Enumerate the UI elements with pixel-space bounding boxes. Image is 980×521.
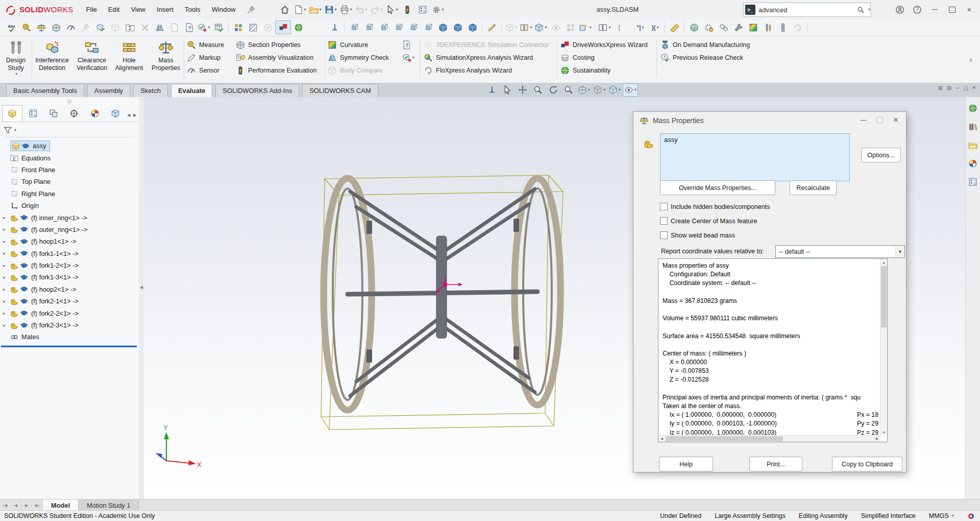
panel-grip-icon[interactable] xyxy=(67,100,71,104)
show-weld-bead-checkbox[interactable]: Show weld bead mass xyxy=(660,231,735,239)
stud-wizard-icon[interactable] xyxy=(775,21,790,34)
dropdown-caret-icon[interactable]: ▼ xyxy=(895,246,904,257)
symmetry-check-button[interactable]: Symmetry Check xyxy=(328,51,389,64)
tree-item-f-hoop2-1[interactable]: ▸(f) hoop2<1> -> xyxy=(0,283,139,295)
horizontal-scrollbar[interactable]: ◀ ▶ xyxy=(658,435,880,442)
motion-manager-icon[interactable] xyxy=(701,21,716,34)
panel-collapse-icon[interactable]: ◀ xyxy=(139,285,144,290)
dimxpertmanager-tab[interactable] xyxy=(64,105,84,122)
instant2d-icon[interactable]: °|▾ xyxy=(633,21,648,34)
scroll-left-icon[interactable]: ◀ xyxy=(658,436,665,442)
clearance-verification-button[interactable]: ClearanceVerification xyxy=(72,38,111,72)
mass-properties-button[interactable]: MassProperties xyxy=(147,38,185,72)
tree-item-mates[interactable]: Mates xyxy=(0,331,139,343)
smart-fasteners-icon[interactable] xyxy=(761,21,775,34)
expand-icon[interactable]: ▸ xyxy=(3,227,9,232)
scroll-down-icon[interactable]: ▼ xyxy=(880,429,887,436)
jump-end-icon[interactable]: ▶| xyxy=(32,500,43,511)
view-trimetric-icon[interactable] xyxy=(450,21,465,34)
pan-icon[interactable] xyxy=(516,84,530,96)
vertical-scroll-thumb[interactable] xyxy=(881,266,887,327)
new-document-icon[interactable]: ▾ xyxy=(292,3,308,16)
tree-item-assy[interactable]: assy xyxy=(0,140,139,152)
appearances-scenes-icon[interactable] xyxy=(966,157,980,170)
hide-show-items-icon[interactable]: ▾ xyxy=(623,83,638,97)
pin-menu-icon[interactable] xyxy=(243,3,259,16)
measure-button[interactable]: Measure xyxy=(187,38,224,51)
scroll-right-icon[interactable]: ▶ xyxy=(874,436,880,442)
rebuild-icon[interactable] xyxy=(400,3,415,16)
simulationxpress-analysis-wizard-button[interactable]: SimulationXpress Analysis Wizard xyxy=(424,51,549,64)
include-hidden-checkbox[interactable]: Include hidden bodies/components xyxy=(660,203,770,210)
cam-tree-tab[interactable] xyxy=(105,105,126,122)
selection-field[interactable]: assy xyxy=(660,133,850,181)
performance-evaluation-button[interactable]: Performance Evaluation xyxy=(236,64,316,77)
expand-icon[interactable]: ▸ xyxy=(3,239,9,244)
ribbon-tab-solidworks-cam[interactable]: SOLIDWORKS CAM xyxy=(302,84,378,97)
dialog-close-button[interactable]: × xyxy=(888,113,904,127)
window-layout-icon[interactable]: ▾ xyxy=(597,21,612,34)
play-icon[interactable]: ▶ xyxy=(21,500,32,511)
normal-to-view-icon[interactable] xyxy=(327,21,342,34)
tree-item-front-plane[interactable]: Front Plane xyxy=(0,164,139,176)
close-button[interactable]: × xyxy=(961,2,978,17)
expand-icon[interactable]: ▸ xyxy=(3,323,9,328)
home-icon[interactable] xyxy=(277,3,292,16)
assembly-visualization-button[interactable]: Assembly Visualization xyxy=(236,51,316,64)
expand-icon[interactable]: ▸ xyxy=(3,311,9,316)
tree-item-equations[interactable]: Equations xyxy=(0,152,139,163)
tree-item-f-fork2-1-1[interactable]: ▸(f) fork2-1<1> -> xyxy=(0,295,139,307)
tree-item-origin[interactable]: Origin xyxy=(0,200,139,211)
driveworksxpress-wizard-button[interactable]: DriveWorksXpress Wizard xyxy=(560,38,648,51)
tree-filter-bar[interactable]: ▾ xyxy=(3,124,135,137)
search-icon[interactable] xyxy=(855,3,867,16)
view-dimetric-icon[interactable] xyxy=(465,21,480,34)
on-demand-manufacturing-button[interactable]: On Demand Manufacturing xyxy=(660,38,750,51)
search-scope-caret-icon[interactable]: ▾ xyxy=(868,8,870,12)
measure-icon[interactable] xyxy=(19,21,34,34)
sensor-icon[interactable] xyxy=(63,21,78,34)
dialog-minimize-button[interactable] xyxy=(855,113,871,127)
minimize-button[interactable] xyxy=(926,2,943,17)
check-active-document-icon[interactable] xyxy=(182,21,197,34)
section-view-icon[interactable]: ▾ xyxy=(577,84,591,96)
file-properties-icon[interactable] xyxy=(415,3,430,16)
jump-start-icon[interactable]: |◀ xyxy=(0,500,11,511)
expand-icon[interactable]: ▸ xyxy=(3,215,9,220)
pane-split-icon[interactable]: ⊞ xyxy=(938,85,943,91)
account-icon[interactable] xyxy=(891,2,909,17)
file-explorer-icon[interactable] xyxy=(966,139,980,151)
doc-close-icon[interactable]: × xyxy=(972,84,976,91)
spline-tools-icon[interactable]: )(▾ xyxy=(648,21,663,34)
mass-properties-icon[interactable] xyxy=(34,21,48,34)
pane-tile-icon[interactable]: ⊟ xyxy=(947,85,951,91)
horizontal-scroll-thumb[interactable] xyxy=(666,436,783,441)
menu-view[interactable]: View xyxy=(126,6,151,13)
doc-tab-motion-study-1[interactable]: Motion Study 1 xyxy=(79,500,139,511)
displaymanager-tab[interactable] xyxy=(85,105,105,122)
driveworksxpress-icon[interactable] xyxy=(275,20,291,34)
tree-item-f-inner-ring-1[interactable]: ▸(f) inner_ring<1> -> xyxy=(0,211,139,223)
texture-icon[interactable] xyxy=(246,21,260,34)
units-selector[interactable]: MMGS▾ xyxy=(929,512,954,519)
sensor-button[interactable]: Sensor xyxy=(187,64,224,77)
view-top-icon[interactable] xyxy=(406,21,421,34)
help-button[interactable]: Help xyxy=(659,457,713,471)
costing-button[interactable]: Costing xyxy=(560,51,648,64)
symmetry-check-icon[interactable] xyxy=(152,21,167,34)
open-document-icon[interactable]: ▾ xyxy=(308,3,323,16)
options-gear-icon[interactable]: ▾ xyxy=(430,3,446,16)
tree-item-f-fork1-1-1[interactable]: ▸(f) fork1-1<1> -> xyxy=(0,248,139,259)
doc-restore-icon[interactable]: ▢ xyxy=(963,85,968,91)
design-library-icon[interactable] xyxy=(966,121,980,133)
spell-check-icon[interactable] xyxy=(4,21,19,34)
featuremanager-tree-tab[interactable] xyxy=(2,105,22,122)
tree-item-f-fork2-3-1[interactable]: ▸(f) fork2-3<1> -> xyxy=(0,319,139,331)
design-checker-icon[interactable]: ▾ xyxy=(197,21,211,34)
options-button[interactable]: Options... xyxy=(861,148,901,162)
tree-item-top-plane[interactable]: Top Plane xyxy=(0,176,139,187)
filter-caret-icon[interactable]: ▾ xyxy=(14,128,16,132)
view-front-icon[interactable] xyxy=(347,21,361,34)
tree-item-f-fork1-2-1[interactable]: ▸(f) fork1-2<1> -> xyxy=(0,259,139,271)
menu-insert[interactable]: Insert xyxy=(151,6,179,13)
